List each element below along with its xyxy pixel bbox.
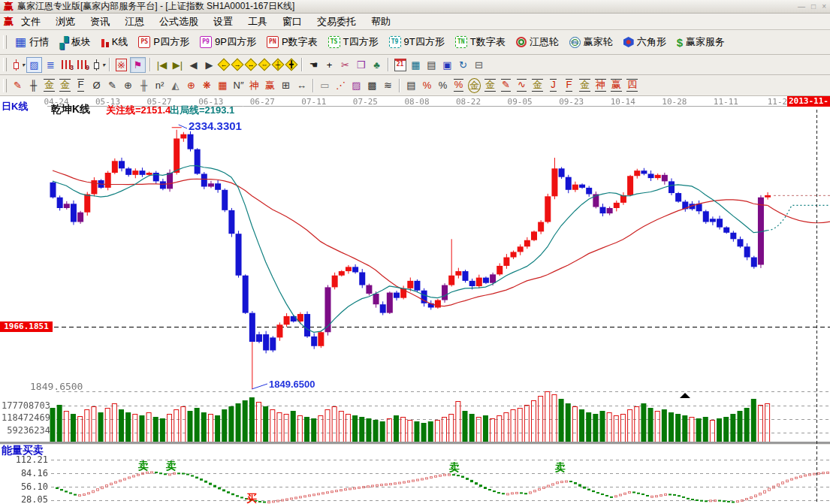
n-wave-icon[interactable]: N″ — [231, 78, 246, 92]
prev-bar-icon[interactable]: ◀ — [186, 58, 201, 72]
trend-pencil-icon[interactable]: ✎ — [11, 78, 25, 92]
notes-icon[interactable]: ❒ — [354, 58, 368, 72]
time-grid-icon[interactable]: ╫ — [26, 78, 41, 92]
flag-icon[interactable]: ⚑ — [130, 57, 146, 73]
gold-line-icon[interactable]: 金 — [483, 78, 497, 92]
fan-icon[interactable]: ⋰ — [334, 78, 348, 92]
gold-ratio2-icon[interactable]: 金 — [58, 78, 72, 92]
info-list-icon[interactable]: ≣ — [44, 58, 58, 72]
zoom-out-icon[interactable]: ╋ — [285, 59, 297, 71]
dark-box-icon[interactable]: ▩ — [365, 78, 379, 92]
menu-item-settings[interactable]: 设置 — [206, 14, 240, 30]
spiral-icon[interactable]: Ø — [89, 78, 104, 92]
pattern-box-icon[interactable]: ※ — [114, 58, 128, 72]
toolbar-t-table-button[interactable]: TNT数字表 — [450, 34, 511, 50]
kline-label: K线 — [112, 35, 128, 49]
menu-item-file[interactable]: 文件 — [14, 14, 48, 30]
toolbar-sectors-button[interactable]: ▞板块 — [54, 34, 96, 50]
crosshair-icon[interactable]: + — [322, 58, 337, 72]
hand-icon[interactable]: ☚ — [306, 58, 321, 72]
toolbar-gann-wheel-button[interactable]: 江恩轮 — [511, 34, 564, 50]
toolbar-winner-wheel-button[interactable]: Big赢家轮 — [564, 34, 618, 50]
gann-compass-icon[interactable]: ⊕ — [184, 78, 198, 92]
circle-cycle-icon[interactable]: ⊕ — [121, 78, 135, 92]
sync-icon[interactable]: ↻ — [456, 58, 470, 72]
menu-item-trade[interactable]: 交易委托 — [309, 14, 364, 30]
period-candle-icon[interactable]: ▾ — [11, 58, 25, 72]
minor-cycle-3-icon[interactable]: 3 — [59, 58, 74, 72]
minimize-button[interactable]: — — [798, 2, 805, 11]
angle-pencil-icon[interactable]: ✎ — [105, 78, 119, 92]
gold-ratio-icon[interactable]: 金 — [42, 78, 56, 92]
si-line-icon-glyph: 四 — [626, 79, 638, 91]
grid-comb-icon[interactable]: ╫ — [137, 78, 151, 92]
chart-map-icon[interactable]: ▨ — [26, 57, 42, 73]
date-label: 11-2 — [761, 97, 794, 107]
n2-icon[interactable]: n² — [152, 78, 167, 92]
toolbar-hexagon-button[interactable]: 六角形 — [618, 34, 672, 50]
shen-tool-icon[interactable]: 神 — [247, 78, 261, 92]
gold-line3-icon[interactable]: 金 — [578, 78, 592, 92]
gold-circle-icon[interactable]: 金 — [467, 78, 481, 92]
ying-tool-icon[interactable]: 赢 — [263, 78, 277, 92]
j-line-icon[interactable]: J — [546, 78, 560, 92]
first-bar-icon[interactable]: |◀ — [155, 58, 169, 72]
last-bar-icon[interactable]: ▶| — [171, 58, 185, 72]
brain-icon[interactable]: ♣ — [370, 58, 384, 72]
menu-item-tools[interactable]: 工具 — [240, 14, 275, 30]
next-bar-icon[interactable]: ▶ — [202, 58, 216, 72]
toolbar-p-square-button[interactable]: PSP四方形 — [133, 34, 195, 50]
fib-grid-icon[interactable]: F — [74, 78, 88, 92]
mirror-icon[interactable]: ◭ — [168, 78, 183, 92]
ruler-icon[interactable]: ⊞ — [279, 78, 293, 92]
close-button[interactable]: × — [822, 2, 826, 11]
zoom-in-icon[interactable]: ┼ — [272, 59, 284, 71]
compress-icon[interactable]: ↔ — [245, 59, 257, 71]
toolbar-9p-square-button[interactable]: P99P四方形 — [195, 34, 261, 50]
notebook-icon[interactable]: ▤ — [424, 58, 439, 72]
shift-right-icon[interactable]: → — [231, 59, 243, 71]
print-icon[interactable]: ⊟ — [472, 58, 486, 72]
mark-pencil-icon[interactable]: ✎ — [499, 78, 513, 92]
ying-line-icon[interactable]: 赢 — [609, 78, 623, 92]
minor-cycle-9-icon[interactable]: 9 — [75, 58, 89, 72]
calculator-icon[interactable]: ▦ — [409, 58, 423, 72]
p-table-icon: PN — [267, 36, 279, 48]
calendar-icon[interactable]: 21 — [393, 58, 407, 72]
toolbar-9t-square-button[interactable]: T99T四方形 — [384, 34, 450, 50]
wave-icon[interactable]: ∿ — [515, 78, 529, 92]
si-line-icon[interactable]: 四 — [625, 78, 639, 92]
toolbar-p-table-button[interactable]: PNP数字表 — [261, 34, 323, 50]
menu-item-gann[interactable]: 江恩 — [117, 14, 152, 30]
maximize-button[interactable]: □ — [811, 2, 816, 11]
toolbar-quotes-button[interactable]: ▦行情 — [10, 34, 54, 50]
date-label: 05-27 — [143, 97, 176, 107]
percent-icon[interactable]: % — [436, 78, 450, 92]
menu-item-formula-pick[interactable]: 公式选股 — [152, 14, 206, 30]
toolbar-winner-service-button[interactable]: $赢家服务 — [672, 34, 730, 50]
menu-item-window[interactable]: 窗口 — [275, 14, 309, 30]
rect-tool-icon[interactable]: ▭ — [318, 78, 332, 92]
toolbar-t-square-button[interactable]: TST四方形 — [323, 34, 384, 50]
shen-line-icon[interactable]: 神 — [593, 78, 608, 92]
stats-table-icon[interactable]: ▤ — [404, 78, 418, 92]
span-arrow-icon[interactable]: ↔ — [294, 78, 309, 92]
gold-line2-icon[interactable]: 金 — [530, 78, 545, 92]
percent-line-icon[interactable]: % — [451, 78, 466, 92]
save-icon[interactable]: ▣ — [440, 58, 454, 72]
menu-item-browse[interactable]: 浏览 — [48, 14, 83, 30]
measure-icon[interactable]: ✂ — [338, 58, 352, 72]
web-icon[interactable]: ❋ — [200, 78, 214, 92]
menu-item-help[interactable]: 帮助 — [364, 14, 398, 30]
shift-left-icon[interactable]: ← — [218, 59, 230, 71]
fan-box-icon[interactable]: ▨ — [349, 78, 364, 92]
candle-style-icon[interactable]: ▾ — [91, 58, 105, 72]
expand-icon[interactable]: ⇔ — [258, 59, 270, 71]
f-line-icon[interactable]: F — [562, 78, 576, 92]
menu-item-news[interactable]: 资讯 — [83, 14, 117, 30]
toolbar-kline-button[interactable]: K线 — [96, 34, 134, 50]
slant-icon[interactable]: ≋ — [381, 78, 395, 92]
percent-strike-icon[interactable]: % — [420, 78, 434, 92]
gann-box-icon[interactable]: ▦ — [216, 78, 230, 92]
kline-chart-canvas[interactable] — [0, 96, 830, 504]
